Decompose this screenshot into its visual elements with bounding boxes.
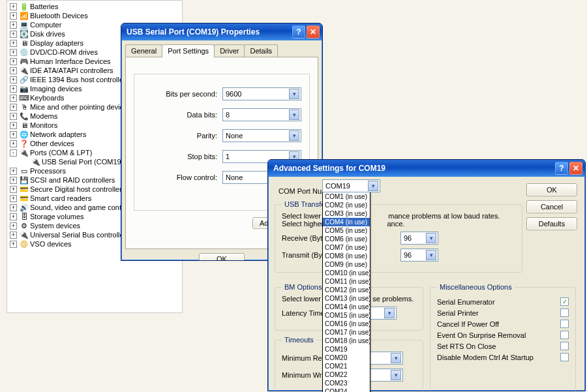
tree-expander-icon[interactable]: +	[10, 12, 17, 20]
device-icon: ⌨	[20, 93, 29, 102]
com-option[interactable]: COM12 (in use)	[323, 286, 370, 294]
com-option[interactable]: COM2 (in use)	[323, 201, 370, 209]
checkbox[interactable]	[560, 342, 569, 350]
checkbox[interactable]: ✓	[560, 297, 569, 306]
tree-expander-icon[interactable]: +	[10, 22, 17, 29]
com-option[interactable]: COM21	[323, 362, 370, 370]
device-icon: 💽	[20, 29, 29, 38]
adv-cancel-button[interactable]: Cancel	[526, 200, 577, 213]
tree-item-label: Display adapters	[30, 39, 83, 47]
chevron-down-icon[interactable]	[289, 130, 299, 141]
tree-expander-icon[interactable]: +	[10, 58, 17, 65]
tree-expander-icon[interactable]: +	[10, 113, 17, 120]
tree-expander-icon[interactable]: -	[10, 149, 17, 157]
com-option[interactable]: COM1 (in use)	[323, 192, 370, 201]
misc-option[interactable]: Event On Surprise Removal	[437, 331, 569, 339]
misc-option[interactable]: Disable Modem Ctrl At Startup	[437, 353, 569, 361]
tree-expander-icon[interactable]: +	[10, 195, 17, 202]
adv-ok-button[interactable]: OK	[526, 183, 577, 196]
misc-option[interactable]: Set RTS On Close	[437, 342, 569, 350]
tree-expander-icon[interactable]: +	[10, 168, 17, 175]
tree-expander-icon[interactable]: +	[10, 76, 17, 83]
com-option[interactable]: COM7 (in use)	[323, 243, 370, 252]
com-option[interactable]: COM20	[323, 354, 370, 362]
com-option[interactable]: COM5 (in use)	[323, 226, 370, 235]
com-option[interactable]: COM6 (in use)	[323, 235, 370, 243]
tab-general[interactable]: General	[125, 44, 162, 57]
com-option[interactable]: COM16 (in use)	[323, 320, 370, 328]
tree-expander-icon[interactable]: +	[10, 186, 17, 193]
checkbox[interactable]	[560, 331, 569, 339]
misc-option[interactable]: Serial Enumerator✓	[437, 297, 569, 306]
parity-select[interactable]: None	[222, 129, 301, 142]
databits-select[interactable]: 8	[222, 108, 301, 121]
tree-expander-icon[interactable]: +	[10, 31, 17, 38]
tree-expander-icon[interactable]: +	[10, 140, 17, 147]
chevron-down-icon[interactable]	[384, 308, 395, 318]
com-port-dropdown-list[interactable]: COM1 (in use)COM2 (in use)COM3 (in use)C…	[322, 192, 370, 392]
chevron-down-icon[interactable]	[391, 353, 401, 363]
tree-expander-icon[interactable]: +	[10, 40, 17, 47]
checkbox[interactable]	[560, 353, 569, 361]
device-icon: 📶	[20, 11, 29, 20]
tree-item[interactable]: +📶Bluetooth Devices	[7, 11, 182, 20]
misc-option[interactable]: Serial Printer	[437, 309, 569, 317]
com-option[interactable]: COM22	[323, 370, 370, 379]
chevron-down-icon[interactable]	[391, 370, 401, 380]
tree-expander-icon[interactable]: +	[10, 95, 17, 102]
chevron-down-icon[interactable]	[426, 233, 436, 243]
tab-driver[interactable]: Driver	[214, 44, 245, 57]
tab-port-settings[interactable]: Port Settings	[162, 44, 215, 57]
com-option[interactable]: COM3 (in use)	[323, 209, 370, 218]
com-option[interactable]: COM14 (in use)	[323, 303, 370, 311]
com-option[interactable]: COM18 (in use)	[323, 337, 370, 345]
com-option[interactable]: COM9 (in use)	[323, 260, 370, 269]
chevron-down-icon[interactable]	[289, 110, 299, 120]
tree-item[interactable]: +🔋Batteries	[7, 2, 182, 11]
tab-details[interactable]: Details	[244, 44, 278, 57]
tree-expander-icon[interactable]: +	[10, 104, 17, 111]
advanced-titlebar[interactable]: Advanced Settings for COM19 ? ✕	[268, 160, 585, 177]
com-option[interactable]: COM24	[323, 387, 370, 392]
com-option[interactable]: COM8 (in use)	[323, 252, 370, 260]
tree-expander-icon[interactable]: +	[10, 177, 17, 184]
chevron-down-icon[interactable]	[368, 181, 378, 191]
com-option[interactable]: COM17 (in use)	[323, 328, 370, 337]
tree-expander-icon[interactable]: +	[10, 131, 17, 138]
transmit-select[interactable]: 96	[400, 249, 438, 262]
tree-item-label: Other devices	[30, 140, 74, 147]
checkbox[interactable]	[560, 320, 569, 328]
properties-titlebar[interactable]: USB Serial Port (COM19) Properties ? ✕	[121, 23, 322, 40]
chevron-down-icon[interactable]	[426, 250, 436, 260]
tree-expander-icon[interactable]: +	[10, 222, 17, 230]
bps-select[interactable]: 9600	[222, 87, 301, 100]
adv-defaults-button[interactable]: Defaults	[526, 217, 577, 230]
tree-expander-icon[interactable]: +	[10, 232, 17, 239]
help-button[interactable]: ?	[292, 25, 305, 38]
close-button[interactable]: ✕	[307, 25, 320, 38]
tree-expander-icon[interactable]: +	[10, 213, 17, 220]
tree-expander-icon[interactable]: +	[10, 67, 17, 74]
com-option[interactable]: COM11 (in use)	[323, 277, 370, 286]
tree-expander-icon[interactable]: +	[10, 85, 17, 93]
com-port-select[interactable]: COM19	[322, 179, 380, 192]
tree-expander-icon[interactable]: +	[10, 241, 17, 248]
tree-expander-icon[interactable]: +	[10, 3, 17, 10]
com-option[interactable]: COM19	[323, 345, 370, 354]
com-option[interactable]: COM13 (in use)	[323, 294, 370, 303]
properties-ok-button[interactable]: OK	[199, 253, 245, 261]
chevron-down-icon[interactable]	[289, 89, 299, 99]
tree-expander-icon[interactable]: +	[10, 122, 17, 129]
com-option[interactable]: COM23	[323, 379, 370, 387]
help-button[interactable]: ?	[555, 162, 568, 175]
misc-option[interactable]: Cancel If Power Off	[437, 320, 569, 328]
com-option[interactable]: COM10 (in use)	[323, 269, 370, 277]
com-option[interactable]: COM4 (in use)	[323, 218, 370, 226]
device-icon: ▭	[20, 166, 29, 175]
tree-expander-icon[interactable]: +	[10, 204, 17, 211]
com-option[interactable]: COM15 (in use)	[323, 311, 370, 320]
receive-select[interactable]: 96	[400, 232, 438, 245]
tree-expander-icon[interactable]: +	[10, 49, 17, 56]
checkbox[interactable]	[560, 309, 569, 317]
close-button[interactable]: ✕	[569, 162, 582, 175]
